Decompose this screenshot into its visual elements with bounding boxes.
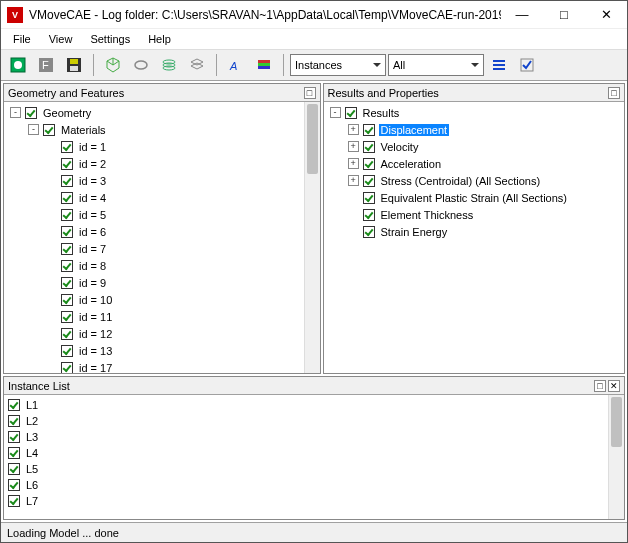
collapse-icon[interactable]: - (28, 124, 39, 135)
tree-node[interactable]: id = 7 (4, 240, 320, 257)
tree-node[interactable]: id = 10 (4, 291, 320, 308)
panel-max-icon[interactable]: □ (594, 380, 606, 392)
tree-node[interactable]: -Geometry (4, 104, 320, 121)
menu-view[interactable]: View (41, 31, 81, 47)
checkbox[interactable] (8, 463, 20, 475)
tree-node[interactable]: id = 6 (4, 223, 320, 240)
checkbox[interactable] (61, 294, 73, 306)
tool-list-icon[interactable] (486, 52, 512, 78)
checkbox[interactable] (8, 447, 20, 459)
tree-node[interactable]: id = 12 (4, 325, 320, 342)
checkbox[interactable] (8, 431, 20, 443)
tool-palette-icon[interactable] (251, 52, 277, 78)
checkbox[interactable] (61, 209, 73, 221)
checkbox[interactable] (61, 311, 73, 323)
dropdown-all[interactable]: All (388, 54, 484, 76)
checkbox[interactable] (363, 141, 375, 153)
checkbox[interactable] (61, 226, 73, 238)
tree-node[interactable]: id = 13 (4, 342, 320, 359)
tree-node[interactable]: +Stress (Centroidal) (All Sections) (324, 172, 624, 189)
checkbox[interactable] (61, 345, 73, 357)
tree-node[interactable]: Element Thickness (324, 206, 624, 223)
tree-node[interactable]: -Materials (4, 121, 320, 138)
expand-icon[interactable]: + (348, 124, 359, 135)
tree-node[interactable]: +Acceleration (324, 155, 624, 172)
menu-file[interactable]: File (5, 31, 39, 47)
tree-node[interactable]: id = 17 (4, 359, 320, 373)
checkbox[interactable] (8, 415, 20, 427)
list-item[interactable]: L1 (8, 397, 620, 413)
tool-layers-icon[interactable] (156, 52, 182, 78)
checkbox[interactable] (363, 175, 375, 187)
list-item[interactable]: L2 (8, 413, 620, 429)
checkbox[interactable] (61, 277, 73, 289)
checkbox[interactable] (61, 175, 73, 187)
tree-node[interactable]: id = 11 (4, 308, 320, 325)
checkbox[interactable] (363, 192, 375, 204)
tree-node[interactable]: -Results (324, 104, 624, 121)
checkbox[interactable] (363, 158, 375, 170)
tool-stack-icon[interactable] (184, 52, 210, 78)
collapse-icon[interactable]: - (330, 107, 341, 118)
list-item[interactable]: L6 (8, 477, 620, 493)
geometry-tree[interactable]: -Geometry-Materialsid = 1id = 2id = 3id … (4, 102, 320, 373)
panel-header: Results and Properties □ (324, 84, 624, 102)
instance-list[interactable]: L1L2L3L4L5L6L7 (4, 395, 624, 519)
tree-node[interactable]: Strain Energy (324, 223, 624, 240)
checkbox[interactable] (363, 226, 375, 238)
tool-text-icon[interactable]: A (223, 52, 249, 78)
maximize-button[interactable]: □ (543, 1, 585, 29)
panel-max-icon[interactable]: □ (304, 87, 316, 99)
checkbox[interactable] (61, 158, 73, 170)
minimize-button[interactable]: — (501, 1, 543, 29)
tree-node[interactable]: id = 5 (4, 206, 320, 223)
tool-ellipse-icon[interactable] (128, 52, 154, 78)
checkbox[interactable] (363, 209, 375, 221)
tree-node[interactable]: id = 4 (4, 189, 320, 206)
tree-node[interactable]: +Velocity (324, 138, 624, 155)
checkbox[interactable] (363, 124, 375, 136)
tree-node[interactable]: +Displacement (324, 121, 624, 138)
menu-help[interactable]: Help (140, 31, 179, 47)
expand-icon[interactable]: + (348, 175, 359, 186)
panel-max-icon[interactable]: □ (608, 87, 620, 99)
tree-node[interactable]: Equivalent Plastic Strain (All Sections) (324, 189, 624, 206)
checkbox[interactable] (8, 479, 20, 491)
panel-close-icon[interactable]: ✕ (608, 380, 620, 392)
dropdown-instances[interactable]: Instances (290, 54, 386, 76)
checkbox[interactable] (61, 362, 73, 374)
checkbox[interactable] (8, 399, 20, 411)
tool-cube-icon[interactable] (100, 52, 126, 78)
scrollbar[interactable] (608, 395, 624, 519)
checkbox[interactable] (25, 107, 37, 119)
tree-spacer (46, 345, 57, 356)
list-item[interactable]: L4 (8, 445, 620, 461)
tree-node[interactable]: id = 9 (4, 274, 320, 291)
checkbox[interactable] (43, 124, 55, 136)
checkbox[interactable] (345, 107, 357, 119)
list-item[interactable]: L7 (8, 493, 620, 509)
checkbox[interactable] (61, 141, 73, 153)
tree-node[interactable]: id = 2 (4, 155, 320, 172)
expand-icon[interactable]: + (348, 141, 359, 152)
results-tree[interactable]: -Results+Displacement+Velocity+Accelerat… (324, 102, 624, 373)
tree-node[interactable]: id = 1 (4, 138, 320, 155)
close-button[interactable]: ✕ (585, 1, 627, 29)
checkbox[interactable] (61, 260, 73, 272)
list-item[interactable]: L3 (8, 429, 620, 445)
tool-check-icon[interactable] (514, 52, 540, 78)
list-item[interactable]: L5 (8, 461, 620, 477)
tool-font-icon[interactable]: F (33, 52, 59, 78)
checkbox[interactable] (61, 243, 73, 255)
menu-settings[interactable]: Settings (82, 31, 138, 47)
tool-open-icon[interactable] (5, 52, 31, 78)
checkbox[interactable] (61, 192, 73, 204)
tool-save-icon[interactable] (61, 52, 87, 78)
collapse-icon[interactable]: - (10, 107, 21, 118)
checkbox[interactable] (61, 328, 73, 340)
scrollbar[interactable] (304, 102, 320, 373)
expand-icon[interactable]: + (348, 158, 359, 169)
checkbox[interactable] (8, 495, 20, 507)
tree-node[interactable]: id = 3 (4, 172, 320, 189)
tree-node[interactable]: id = 8 (4, 257, 320, 274)
